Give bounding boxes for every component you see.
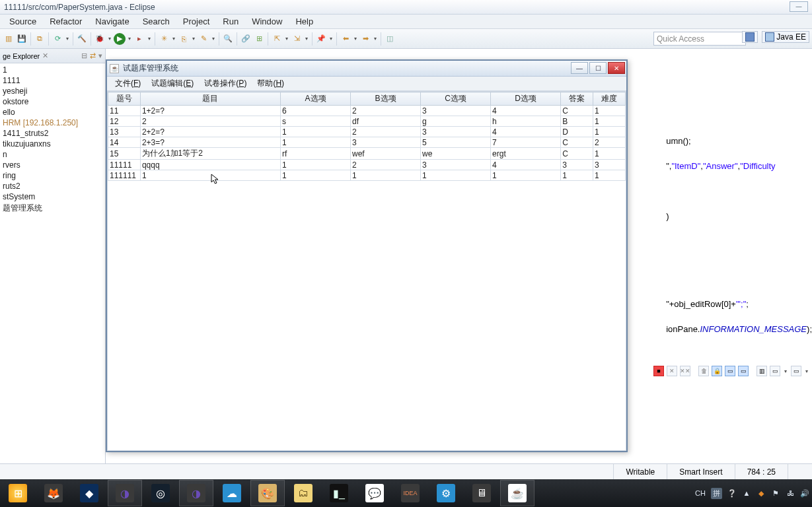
table-cell[interactable]: C	[561, 106, 593, 116]
remove-icon[interactable]: ✕	[667, 366, 677, 376]
table-cell[interactable]: 11111	[108, 160, 141, 170]
table-cell[interactable]: 2	[351, 127, 421, 137]
table-cell[interactable]: 3	[351, 137, 421, 148]
tb-drop-icon[interactable]: ▾	[211, 36, 216, 42]
table-cell[interactable]: df	[351, 116, 421, 127]
table-cell[interactable]: 3	[421, 127, 491, 137]
table-header[interactable]: A选项	[281, 92, 351, 106]
table-cell[interactable]: 4	[491, 160, 561, 170]
table-cell[interactable]: 3	[421, 106, 491, 116]
terminate-icon[interactable]: ■	[653, 366, 664, 376]
tb-search-icon[interactable]: 🔍	[222, 33, 234, 45]
table-row[interactable]: 11111qqqq123433	[108, 160, 626, 170]
table-row[interactable]: 122sdfghB1	[108, 116, 626, 127]
table-cell[interactable]: 4	[491, 106, 561, 116]
menu-project[interactable]: Project	[176, 15, 216, 28]
task-app1[interactable]: ◆	[72, 480, 106, 506]
tree-item[interactable]: 1411_struts2	[1, 128, 104, 139]
link-editor-icon[interactable]: ⇄	[90, 51, 96, 60]
table-cell[interactable]: B	[561, 116, 593, 127]
table-row[interactable]: 15为什么1加1等于2rfwefweergtC1	[108, 148, 626, 160]
tree-item[interactable]: 1	[1, 65, 104, 75]
tb-drop-icon[interactable]: ▾	[353, 36, 358, 42]
table-cell[interactable]: 1	[593, 148, 626, 160]
table-row[interactable]: 132+2=?1234D1	[108, 127, 626, 137]
tb-drop-icon[interactable]: ▾	[284, 36, 289, 42]
table-cell[interactable]: 3	[421, 160, 491, 170]
start-button[interactable]: ⊞	[1, 480, 35, 506]
table-header[interactable]: C选项	[421, 92, 491, 106]
tb-run-icon[interactable]: ▶	[114, 33, 126, 45]
table-cell[interactable]: 1	[351, 170, 421, 181]
tb-drop-icon[interactable]: ▾	[147, 36, 152, 42]
task-steam[interactable]: ◎	[143, 480, 178, 506]
tb-nav2-icon[interactable]: ⇲	[291, 33, 303, 45]
table-header[interactable]: 题号	[108, 92, 141, 106]
tray-orange-icon[interactable]: ◆	[757, 489, 766, 498]
tb-runext-icon[interactable]: ▸	[133, 33, 145, 45]
table-cell[interactable]: 13	[108, 127, 141, 137]
scrolllock-icon[interactable]: 🔒	[712, 366, 722, 376]
menu-run[interactable]: Run	[216, 15, 245, 28]
tree-item[interactable]: HRM [192.168.1.250]	[1, 118, 104, 128]
table-cell[interactable]: 4	[491, 127, 561, 137]
table-cell[interactable]: rf	[281, 148, 351, 160]
tb-fwd-icon[interactable]: ➡	[359, 33, 371, 45]
task-eclipse2[interactable]: ◑	[179, 480, 213, 506]
tb-save-icon[interactable]: 💾	[16, 33, 28, 45]
tree-item[interactable]: yesheji	[1, 86, 104, 96]
tb-drop-icon[interactable]: ▾	[171, 36, 176, 42]
tb-newserver-icon[interactable]: ✳	[158, 33, 170, 45]
table-cell[interactable]: C	[561, 137, 593, 148]
tb-back-icon[interactable]: ⬅	[340, 33, 351, 45]
eclipse-minimize-button[interactable]: —	[790, 1, 808, 12]
table-cell[interactable]: 1	[140, 170, 280, 181]
tb-link-icon[interactable]: 🔗	[240, 33, 252, 45]
table-cell[interactable]: 2	[351, 160, 421, 170]
table-header[interactable]: D选项	[491, 92, 561, 106]
menu-help[interactable]: Help	[289, 15, 320, 28]
table-header[interactable]: 难度	[593, 92, 626, 106]
tree-item[interactable]: rvers	[1, 160, 104, 170]
table-header[interactable]: 答案	[561, 92, 593, 106]
task-settings[interactable]: ⚙	[429, 480, 463, 506]
close-icon[interactable]: ✕	[42, 51, 48, 60]
table-header[interactable]: B选项	[351, 92, 421, 106]
tree-item[interactable]: stSystem	[1, 191, 104, 202]
tree-item[interactable]: ruts2	[1, 181, 104, 191]
tb-debug-icon[interactable]: 🐞	[94, 33, 106, 45]
tray-up-icon[interactable]: ▲	[742, 489, 751, 498]
menu-refactor[interactable]: Refactor	[43, 15, 89, 28]
table-cell[interactable]: 1	[593, 106, 626, 116]
menu-window[interactable]: Window	[245, 15, 289, 28]
table-cell[interactable]: 2	[593, 137, 626, 148]
table-row[interactable]: 1111111111111	[108, 170, 626, 181]
display-icon[interactable]: ▥	[757, 366, 767, 376]
swing-minimize-button[interactable]: —	[571, 62, 588, 74]
tree-item[interactable]: 题管理系统	[1, 202, 104, 215]
tb-drop-icon[interactable]: ▾	[65, 36, 70, 42]
task-paint[interactable]: 🎨	[250, 480, 285, 506]
task-explorer[interactable]: 🗂	[286, 480, 320, 506]
persp-javaee-button[interactable]: Java EE	[762, 31, 809, 43]
open-icon[interactable]: ▭	[770, 366, 780, 376]
menu-navigate[interactable]: Navigate	[89, 15, 135, 28]
swing-menu-edit[interactable]: 试题编辑(E)	[146, 77, 199, 90]
table-cell[interactable]: 1	[593, 170, 626, 181]
collapse-icon[interactable]: ⊟	[81, 51, 87, 60]
swing-menu-file[interactable]: 文件(F)	[110, 77, 146, 90]
tree-item[interactable]: 1111	[1, 75, 104, 86]
table-cell[interactable]: wef	[351, 148, 421, 160]
tb-drop-icon[interactable]: ▾	[783, 368, 788, 374]
task-cmd[interactable]: ▮_	[322, 480, 356, 506]
table-cell[interactable]: 6	[281, 106, 351, 116]
pin-icon[interactable]: ▭	[725, 366, 735, 376]
menu-search[interactable]: Search	[136, 15, 176, 28]
tb-drop-icon[interactable]: ▾	[191, 36, 196, 42]
tb-build-icon[interactable]: 🔨	[76, 33, 88, 45]
swing-close-button[interactable]: ✕	[608, 62, 625, 74]
table-row[interactable]: 142+3=?1357C2	[108, 137, 626, 148]
table-cell[interactable]: D	[561, 127, 593, 137]
table-row[interactable]: 111+2=?6234C1	[108, 106, 626, 116]
removeall-icon[interactable]: ✕✕	[680, 366, 690, 376]
